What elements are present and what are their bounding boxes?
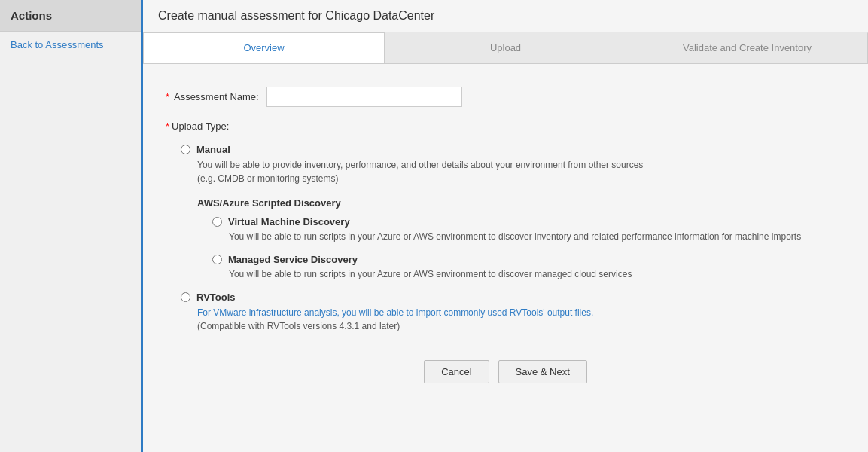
sidebar-item-back-to-assessments[interactable]: Back to Assessments	[0, 32, 141, 58]
sidebar-header: Actions	[0, 0, 141, 32]
rvtools-title[interactable]: RVTools	[196, 292, 236, 303]
rvtools-option-header: RVTools	[181, 292, 845, 303]
rvtools-option: RVTools For VMware infrastructure analys…	[181, 292, 845, 333]
main-content: Create manual assessment for Chicago Dat…	[143, 0, 868, 452]
msd-desc: You will be able to run scripts in your …	[229, 267, 845, 281]
sidebar: Actions Back to Assessments	[0, 0, 143, 452]
upload-type-label: Upload Type:	[172, 121, 229, 132]
vmd-title[interactable]: Virtual Machine Discovery	[228, 216, 350, 228]
tab-overview[interactable]: Overview	[143, 32, 385, 63]
msd-option-header: Managed Service Discovery	[212, 254, 845, 265]
msd-option: Managed Service Discovery You will be ab…	[212, 254, 845, 281]
manual-desc: You will be able to provide inventory, p…	[197, 158, 845, 185]
scripted-discovery-title: AWS/Azure Scripted Discovery	[197, 197, 845, 209]
upload-type-label-row: * Upload Type:	[166, 121, 845, 132]
page-header: Create manual assessment for Chicago Dat…	[143, 0, 868, 32]
scripted-discovery-section: AWS/Azure Scripted Discovery Virtual Mac…	[181, 197, 845, 281]
rvtools-desc: For VMware infrastructure analysis, you …	[197, 306, 845, 333]
assessment-name-input[interactable]	[266, 87, 462, 107]
page-title: Create manual assessment for Chicago Dat…	[158, 9, 434, 22]
manual-title[interactable]: Manual	[196, 144, 230, 155]
tab-upload[interactable]: Upload	[385, 32, 626, 63]
msd-title[interactable]: Managed Service Discovery	[228, 254, 358, 265]
cancel-button[interactable]: Cancel	[424, 360, 489, 383]
manual-option: Manual You will be able to provide inven…	[181, 144, 845, 185]
form-footer: Cancel Save & Next	[166, 345, 845, 391]
vmd-option-header: Virtual Machine Discovery	[212, 216, 845, 228]
rvtools-radio[interactable]	[181, 292, 190, 302]
tab-validate[interactable]: Validate and Create Inventory	[626, 32, 868, 63]
assessment-name-label: * Assessment Name:	[166, 91, 259, 102]
tabs-bar: Overview Upload Validate and Create Inve…	[143, 32, 868, 64]
radio-section: Manual You will be able to provide inven…	[181, 144, 845, 333]
vmd-desc: You will be able to run scripts in your …	[229, 230, 845, 243]
required-star-upload: *	[166, 121, 169, 132]
required-star-name: *	[166, 91, 169, 102]
vmd-option: Virtual Machine Discovery You will be ab…	[212, 216, 845, 243]
save-next-button[interactable]: Save & Next	[498, 360, 587, 383]
vmd-radio[interactable]	[212, 217, 222, 227]
assessment-name-row: * Assessment Name:	[166, 87, 845, 107]
manual-radio[interactable]	[181, 145, 190, 154]
form-area: * Assessment Name: * Upload Type: Manual	[143, 64, 868, 452]
sub-radio-group: Virtual Machine Discovery You will be ab…	[212, 216, 845, 281]
manual-option-header: Manual	[181, 144, 845, 155]
msd-radio[interactable]	[212, 255, 222, 264]
